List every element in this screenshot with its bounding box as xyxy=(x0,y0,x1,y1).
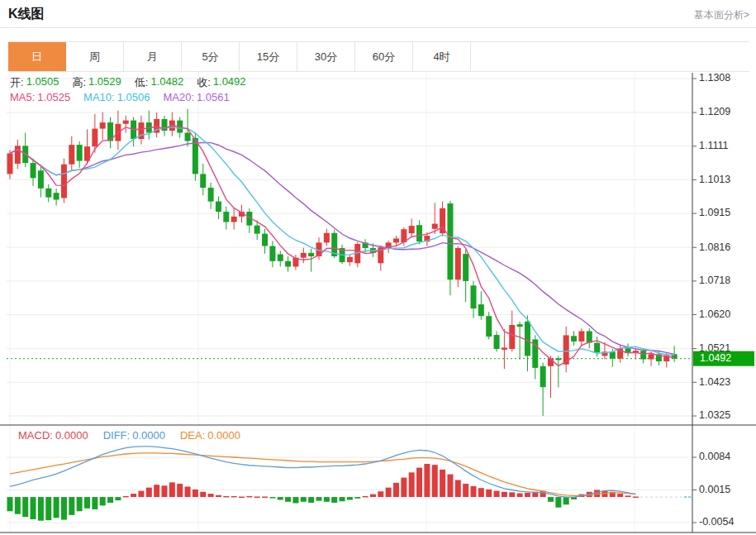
current-price-tag-text: 1.0492 xyxy=(700,352,731,364)
candle-body xyxy=(69,145,74,165)
high-label: 高: xyxy=(72,75,86,90)
macd-hist-bar xyxy=(308,497,314,503)
macd-hist-bar xyxy=(131,494,136,497)
macd-hist-bar xyxy=(15,497,21,514)
macd-hist-bar xyxy=(440,470,445,497)
candle-body xyxy=(463,254,468,281)
candle-body xyxy=(301,253,307,258)
candle-body xyxy=(38,170,44,189)
macd-hist-bar xyxy=(331,497,337,503)
kline-widget: K线图 基本面分析> 日 周 月 5分 15分 30分 60分 4时 1.130… xyxy=(0,0,756,535)
candle-body xyxy=(610,351,616,358)
macd-hist-bar xyxy=(185,486,191,497)
candle-body xyxy=(455,248,461,279)
candle-body xyxy=(15,146,21,164)
macd-hist-bar xyxy=(123,496,129,498)
macd-value: 0.0000 xyxy=(55,429,88,442)
candle-body xyxy=(200,174,206,188)
macd-hist-bar xyxy=(301,497,307,502)
low-label: 低: xyxy=(135,75,149,90)
macd-hist-bar xyxy=(486,490,492,497)
macd-hist-bar xyxy=(246,496,252,498)
candle-body xyxy=(502,347,507,349)
candle-body xyxy=(254,226,260,234)
candle-body xyxy=(123,121,129,124)
macd-hist-bar xyxy=(146,488,152,497)
ohlc-readout: 开:1.0505 高:1.0529 低:1.0482 收:1.0492 xyxy=(10,75,246,90)
macd-hist-bar xyxy=(471,486,477,497)
macd-hist-bar xyxy=(363,496,368,498)
candle-body xyxy=(594,343,600,353)
close-label: 收: xyxy=(197,75,211,90)
macd-hist-bar xyxy=(115,497,121,500)
macd-hist-bar xyxy=(424,464,430,497)
axis-label: 0.0084 xyxy=(699,451,730,462)
macd-hist-bar xyxy=(239,497,245,499)
macd-hist-bar xyxy=(432,465,438,497)
ma5-value: 1.0525 xyxy=(37,91,70,103)
high-value: 1.0529 xyxy=(88,75,121,90)
candle-body xyxy=(7,153,13,174)
open-label: 开: xyxy=(10,75,24,90)
macd-hist-bar xyxy=(625,495,631,497)
candle-body xyxy=(540,366,546,387)
macd-hist-bar xyxy=(285,497,291,502)
macd-hist-bar xyxy=(269,497,275,499)
candle-body xyxy=(555,358,561,360)
macd-hist-bar xyxy=(262,497,268,499)
macd-hist-bar xyxy=(69,497,74,515)
macd-hist-bar xyxy=(61,497,67,519)
diff-value: 0.0000 xyxy=(132,429,165,442)
candle-body xyxy=(285,261,291,267)
candle-body xyxy=(308,253,314,256)
macd-hist-bar xyxy=(7,497,13,511)
candle-body xyxy=(31,163,36,178)
macd-hist-bar xyxy=(617,494,623,497)
macd-hist-bar xyxy=(31,497,36,519)
macd-hist-bar xyxy=(231,496,237,498)
macd-hist-bar xyxy=(393,483,399,497)
candle-body xyxy=(45,189,51,198)
axis-label: 1.1111 xyxy=(699,140,728,151)
open-value: 1.0505 xyxy=(26,75,59,90)
candle-body xyxy=(640,351,646,359)
candle-body xyxy=(478,304,484,316)
macd-hist-bar xyxy=(223,496,229,498)
macd-label: MACD: xyxy=(18,429,53,442)
axis-label: 1.1013 xyxy=(699,174,730,185)
macd-hist-bar xyxy=(162,485,168,497)
candle-body xyxy=(216,202,221,212)
ma10-label: MA10: xyxy=(83,91,115,103)
axis-label: 0.0015 xyxy=(699,484,730,495)
axis-label: 1.0325 xyxy=(699,409,730,421)
close-value: 1.0492 xyxy=(213,75,246,90)
candle-body xyxy=(262,234,268,246)
macd-hist-bar xyxy=(169,482,175,497)
ma20-label: MA20: xyxy=(163,91,194,103)
candle-body xyxy=(77,145,83,161)
candle-body xyxy=(494,335,500,349)
candle-body xyxy=(278,255,283,261)
macd-hist-bar xyxy=(216,495,221,497)
macd-hist-bar xyxy=(525,493,530,497)
macd-hist-bar xyxy=(107,497,113,503)
candle-body xyxy=(208,188,214,202)
diff-label: DIFF: xyxy=(103,429,131,442)
candle-body xyxy=(571,336,577,342)
candle-body xyxy=(347,257,353,262)
macd-hist-bar xyxy=(200,492,206,497)
macd-hist-bar xyxy=(45,497,51,520)
macd-hist-bar xyxy=(54,497,59,518)
macd-hist-bar xyxy=(347,497,353,499)
candle-body xyxy=(578,331,584,341)
macd-hist-bar xyxy=(378,491,383,497)
candle-body xyxy=(61,165,67,198)
candle-body xyxy=(269,246,275,261)
macd-readout: MACD:0.0000 DIFF:0.0000 DEA:0.0000 xyxy=(18,429,240,442)
axis-label: 1.1209 xyxy=(699,106,730,117)
macd-hist-bar xyxy=(340,497,345,501)
macd-hist-bar xyxy=(455,480,461,497)
candle-body xyxy=(517,324,523,327)
candle-body xyxy=(393,238,399,242)
ma20-value: 1.0561 xyxy=(197,91,230,103)
